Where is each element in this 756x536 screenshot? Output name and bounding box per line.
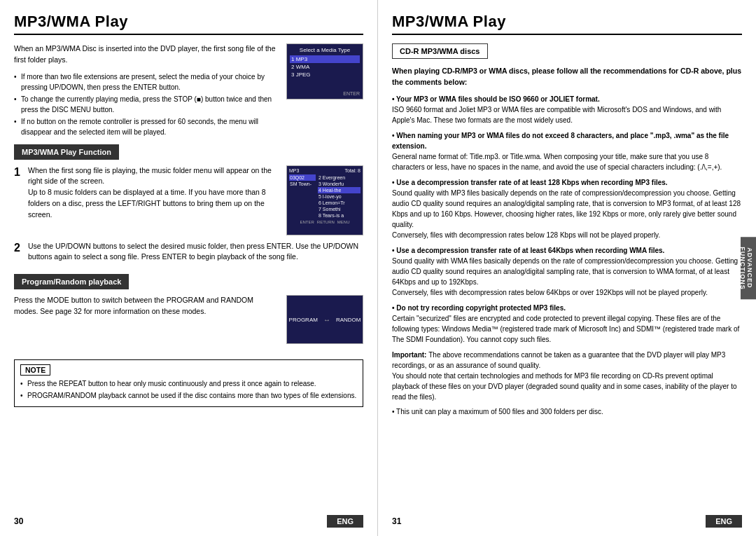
cd-item-3: • Use a decompression transfer rate of a… (392, 177, 742, 240)
important-label: Important: (392, 351, 428, 359)
right-footer: 31 ENG (378, 515, 756, 528)
step1-area: 1 When the first song file is playing, t… (14, 165, 363, 235)
program-section: Program/Random playback Press the MODE b… (14, 274, 363, 350)
cd-item-4: • Use a decompression transfer rate of a… (392, 245, 742, 298)
arrows-icon: ↔ (323, 316, 330, 324)
screen-item-wma: 2 WMA (290, 63, 360, 71)
screen-folder-list: 03Q02 SM Town- (289, 174, 316, 219)
music-folder-screen: MP3 Total: 8 03Q02 SM Town- 2 Evergreen … (286, 165, 363, 235)
note-bullets: Press the REPEAT button to hear only mus… (20, 378, 357, 401)
left-page: MP3/WMA Play When an MP3/WMA Disc is ins… (0, 0, 378, 536)
cd-item-1-title: • Your MP3 or WMA files should be ISO 96… (392, 95, 600, 103)
note-bullet-2: PROGRAM/RANDOM playback cannot be used i… (20, 390, 357, 401)
program-content: Press the MODE button to switch between … (14, 295, 363, 344)
screen-music-content: 03Q02 SM Town- 2 Evergreen 3 Wonderfu 4 … (289, 174, 360, 219)
screen-title: Select a Media Type (290, 47, 360, 53)
intro-bullet-3: If no button on the remote controller is… (14, 116, 279, 137)
final-note: • This unit can play a maximum of 500 fi… (392, 406, 742, 417)
cd-item-2-title: • When naming your MP3 or WMA files do n… (392, 132, 729, 150)
screen-music-header: MP3 Total: 8 (289, 168, 360, 173)
screen-enter-label: ENTER (290, 91, 360, 96)
cd-item-1-text: ISO 9660 format and Joliet MP3 or WMA fi… (392, 106, 721, 124)
program-section-header: Program/Random playback (14, 274, 129, 289)
cd-section: CD-R MP3/WMA discs When playing CD-R/MP3… (392, 43, 742, 417)
intro-bullet-1: If more than two file extensions are pre… (14, 71, 279, 92)
random-label: RANDOM (336, 317, 361, 323)
left-footer: 30 ENG (0, 515, 377, 528)
cd-item-4-title: • Use a decompression transfer rate of a… (392, 247, 664, 254)
cd-intro: When playing CD-R/MP3 or WMA discs, plea… (392, 66, 742, 88)
intro-section: When an MP3/WMA Disc is inserted into th… (14, 43, 363, 139)
program-random-screen: PROGRAM ↔ RANDOM (286, 295, 363, 344)
cd-section-header: CD-R MP3/WMA discs (392, 43, 488, 59)
intro-paragraph: When an MP3/WMA Disc is inserted into th… (14, 43, 279, 66)
right-page-title: MP3/WMA Play (392, 13, 742, 35)
cd-item-3-text: Sound quality with MP3 files basically d… (392, 189, 741, 239)
screen-program-mockup: PROGRAM ↔ RANDOM (287, 296, 363, 343)
function-section-header: MP3/WMA Play Function (14, 144, 119, 160)
left-page-number: 30 (14, 516, 23, 526)
cd-item-2: • When naming your MP3 or WMA files do n… (392, 130, 742, 172)
step-2: 2 Use the UP/DOWN buttons to select the … (14, 241, 363, 263)
note-header: NOTE (20, 364, 50, 376)
note-box: NOTE Press the REPEAT button to hear onl… (14, 359, 363, 407)
important-text: Important: The above recommendations can… (392, 350, 742, 402)
step-2-text: Use the UP/DOWN buttons to select the de… (28, 241, 363, 263)
cd-item-5-title: • Do not try recording copyright protect… (392, 304, 566, 312)
right-eng-badge: ENG (706, 515, 742, 528)
program-label: PROGRAM (289, 317, 318, 323)
right-page-number: 31 (392, 516, 401, 526)
function-section: MP3/WMA Play Function 1 When the first s… (14, 144, 363, 269)
screen-music-mockup: MP3 Total: 8 03Q02 SM Town- 2 Evergreen … (287, 166, 363, 235)
cd-item-4-text: Sound quality with WMA files basically d… (392, 257, 738, 296)
step-1-number: 1 (14, 165, 24, 235)
intro-text-area: When an MP3/WMA Disc is inserted into th… (14, 43, 279, 139)
screen-item-mp3: 1 MP3 (290, 55, 360, 63)
screen-controls: ENTER RETURN MENU (289, 220, 360, 224)
screen-media-mockup: Select a Media Type 1 MP3 2 WMA 3 JPEG E… (287, 44, 363, 99)
advanced-functions-tab: ADVANCEDFUNCTIONS (741, 237, 756, 300)
screen-item-jpeg: 3 JPEG (290, 71, 360, 78)
cd-item-5: • Do not try recording copyright protect… (392, 303, 742, 345)
step-1: 1 When the first song file is playing, t… (14, 165, 279, 235)
note-bullet-1: Press the REPEAT button to hear only mus… (20, 378, 357, 389)
step-1-text: When the first song file is playing, the… (28, 165, 279, 235)
right-page: MP3/WMA Play CD-R MP3/WMA discs When pla… (378, 0, 756, 536)
step-2-number: 2 (14, 241, 24, 263)
cd-item-5-text: Certain "securized" files are encrypted … (392, 315, 739, 343)
media-type-screen: Select a Media Type 1 MP3 2 WMA 3 JPEG E… (286, 43, 363, 99)
left-eng-badge: ENG (327, 515, 363, 528)
screen-song-list: 2 Evergreen 3 Wonderfu 4 Heal-the 5 I-lo… (318, 174, 360, 219)
intro-bullet-2: To change the currently playing media, p… (14, 94, 279, 115)
intro-bullets: If more than two file extensions are pre… (14, 71, 279, 137)
left-page-title: MP3/WMA Play (14, 13, 363, 35)
program-text: Press the MODE button to switch between … (14, 295, 279, 344)
cd-item-1: • Your MP3 or WMA files should be ISO 96… (392, 94, 742, 125)
cd-item-3-title: • Use a decompression transfer rate of a… (392, 179, 668, 186)
cd-item-2-text: General name format of: Title.mp3. or Ti… (392, 153, 722, 171)
